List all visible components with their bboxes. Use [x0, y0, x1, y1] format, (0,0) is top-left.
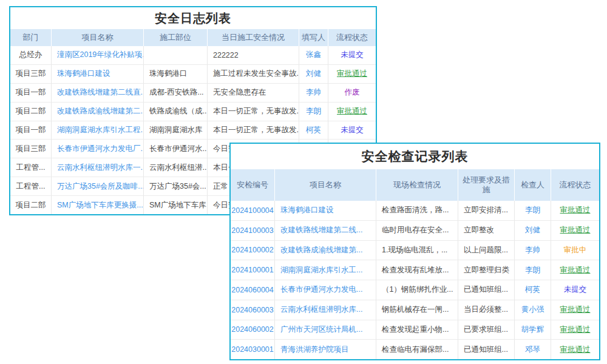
project-name-link[interactable]: 改建铁路线增建第二线... — [274, 221, 376, 240]
table-row: 总经办潼南区2019年绿化补贴项...222222张鑫未提交 — [10, 46, 376, 64]
inspector-link[interactable]: 刘健 — [514, 221, 551, 240]
status-text[interactable]: 审批通过 — [328, 103, 376, 121]
cell-treatment-measures: 以上问题限... — [458, 241, 514, 260]
cell-construction-part: 云南水利枢纽潜... — [143, 158, 207, 177]
writer-link[interactable]: 刘健 — [299, 65, 328, 83]
cell-department: 项目二部 — [10, 196, 51, 214]
cell-construction-part: 成都-西安铁路... — [143, 84, 207, 102]
status-text: 未提交 — [328, 46, 376, 64]
status-text[interactable]: 审批通过 — [551, 260, 599, 280]
project-name-link[interactable]: 湖南洞庭湖水库引水工... — [274, 260, 376, 280]
cell-inspection-situation: （1）钢筋绑扎作业... — [376, 280, 458, 300]
safety-log-title: 安全日志列表 — [10, 7, 376, 29]
cell-treatment-measures: 当日必须整... — [458, 300, 514, 320]
writer-link[interactable]: 李帅 — [299, 84, 328, 102]
project-name-link[interactable]: 长春市伊通河水力发电... — [274, 280, 376, 300]
inspector-link[interactable]: 李朗 — [514, 260, 551, 280]
project-name-link[interactable]: 云南水利枢纽潜明水库... — [274, 300, 376, 320]
inspection-no-link[interactable]: 2024100002 — [231, 241, 274, 260]
safety-log-header-row: 部门 项目名称 施工部位 当日施工安全情况 填写人 流程状态 — [10, 29, 376, 46]
status-text[interactable]: 审批通过 — [328, 65, 376, 83]
inspector-link[interactable]: 胡学辉 — [514, 320, 551, 340]
column-header-department: 部门 — [10, 29, 51, 46]
status-text[interactable]: 审批通过 — [551, 300, 599, 320]
cell-department: 项目一部 — [10, 121, 51, 140]
cell-department: 工程管... — [10, 177, 51, 195]
column-header-project-name: 项目名称 — [51, 29, 143, 46]
writer-link[interactable]: 张鑫 — [299, 46, 328, 64]
cell-construction-part: 湖南洞庭湖水库 — [143, 121, 207, 140]
safety-check-header-row: 安检编号 项目名称 现场检查情况 处理要求及措施 检查人 流程状态 — [231, 169, 599, 201]
project-name-link[interactable]: 改建铁路成渝线增建第... — [274, 241, 376, 260]
cell-safety-situation: 本日一切正常，无事故发... — [207, 103, 299, 121]
project-name-link[interactable]: 广州市天河区统计局机... — [274, 320, 376, 340]
cell-safety-situation: 222222 — [207, 46, 299, 64]
inspection-no-link[interactable]: 2024100003 — [231, 221, 274, 240]
inspection-no-link[interactable]: 2024100001 — [231, 260, 274, 280]
writer-link[interactable]: 柯英 — [299, 121, 328, 140]
project-name-link[interactable]: SM广场地下车库更换摄... — [51, 196, 143, 214]
project-name-link[interactable]: 改建铁路线增建第二线直... — [51, 84, 143, 102]
inspector-link[interactable]: 李帅 — [514, 241, 551, 260]
inspection-no-link[interactable]: 2024100004 — [231, 201, 274, 220]
status-text[interactable]: 审批通过 — [551, 340, 599, 359]
cell-construction-part — [143, 46, 207, 64]
status-text[interactable]: 审批通过 — [551, 221, 599, 240]
column-header-inspection-situation: 现场检查情况 — [376, 169, 458, 201]
column-header-status: 流程状态 — [328, 29, 376, 46]
inspection-no-link[interactable]: 2024060002 — [231, 320, 274, 340]
cell-department: 项目一部 — [10, 84, 51, 102]
table-row: 2024100001湖南洞庭湖水库引水工...检查发现有乱堆放...立即整理归类… — [231, 260, 599, 280]
column-header-writer: 填写人 — [299, 29, 328, 46]
cell-inspection-situation: 检查临电有漏保部... — [376, 340, 458, 359]
cell-treatment-measures: 立即安排清... — [458, 201, 514, 220]
project-name-link[interactable]: 改建铁路成渝线增建第二... — [51, 103, 143, 121]
cell-treatment-measures: 已通知班组... — [458, 280, 514, 300]
inspector-link[interactable]: 柯英 — [514, 280, 551, 300]
inspector-link[interactable]: 邓琴 — [514, 340, 551, 359]
cell-inspection-situation: 临时用电存在安全... — [376, 221, 458, 240]
cell-inspection-situation: 检查路面清洗，路... — [376, 201, 458, 220]
writer-link[interactable]: 李朗 — [299, 103, 328, 121]
column-header-construction-part: 施工部位 — [143, 29, 207, 46]
column-header-project-name: 项目名称 — [274, 169, 376, 201]
cell-safety-situation: 本日一切正常，无事故发... — [207, 121, 299, 140]
inspection-no-link[interactable]: 2024060003 — [231, 300, 274, 320]
status-text: 未提交 — [328, 121, 376, 140]
status-text[interactable]: 审批通过 — [551, 320, 599, 340]
inspection-no-link[interactable]: 2024060004 — [231, 280, 274, 300]
safety-check-table: 安全检查记录列表 安检编号 项目名称 现场检查情况 处理要求及措施 检查人 流程… — [229, 143, 600, 360]
project-name-link[interactable]: 珠海鹤港口建设 — [51, 65, 143, 83]
project-name-link[interactable]: 潼南区2019年绿化补贴项... — [51, 46, 143, 64]
cell-construction-part: 万达广场35#会... — [143, 177, 207, 195]
table-row: 2024030001青海洪湖养护院项目检查临电有漏保部...已通知班组...邓琴… — [231, 339, 599, 359]
status-text: 未提交 — [551, 280, 599, 300]
cell-construction-part: 长春市伊通河水... — [143, 140, 207, 158]
status-text[interactable]: 审批通过 — [551, 201, 599, 220]
cell-inspection-situation: 检查发现有乱堆放... — [376, 260, 458, 280]
project-name-link[interactable]: 万达广场35#会所及咖啡... — [51, 177, 143, 195]
cell-department: 工程管... — [10, 158, 51, 177]
project-name-link[interactable]: 云南水利枢纽潜明水库一... — [51, 158, 143, 177]
cell-construction-part: SM广场地下车库 — [143, 196, 207, 214]
table-row: 项目三部珠海鹤港口建设珠海鹤港口施工过程未发生安全事故...刘健审批通过 — [10, 64, 376, 83]
table-row: 2024100003改建铁路线增建第二线...临时用电存在安全...立即整改刘健… — [231, 220, 599, 240]
table-row: 2024060003云南水利枢纽潜明水库...钢筋机械存在一闸...当日必须整.… — [231, 300, 599, 320]
inspector-link[interactable]: 李朗 — [514, 201, 551, 220]
project-name-link[interactable]: 长春市伊通河水力发电厂... — [51, 140, 143, 158]
project-name-link[interactable]: 青海洪湖养护院项目 — [274, 340, 376, 359]
cell-treatment-measures: 已通知班组... — [458, 340, 514, 359]
cell-department: 项目二部 — [10, 103, 51, 121]
column-header-safety-situation: 当日施工安全情况 — [207, 29, 299, 46]
project-name-link[interactable]: 珠海鹤港口建设 — [274, 201, 376, 220]
project-name-link[interactable]: 湖南洞庭湖水库引水工程... — [51, 121, 143, 140]
cell-inspection-situation: 钢筋机械存在一闸... — [376, 300, 458, 320]
inspection-no-link[interactable]: 2024030001 — [231, 340, 274, 359]
table-row: 2024060004长春市伊通河水力发电...（1）钢筋绑扎作业...已通知班组… — [231, 280, 599, 300]
inspector-link[interactable]: 黄小强 — [514, 300, 551, 320]
column-header-treatment-measures: 处理要求及措施 — [458, 169, 514, 201]
cell-department: 项目三部 — [10, 65, 51, 83]
table-row: 2024100002改建铁路成渝线增建第...1.现场临电混乱，...以上问题限… — [231, 240, 599, 260]
safety-check-body: 2024100004珠海鹤港口建设检查路面清洗，路...立即安排清...李朗审批… — [231, 201, 599, 359]
table-row: 项目一部改建铁路线增建第二线直...成都-西安铁路...无安全隐患存在李帅作废 — [10, 83, 376, 102]
